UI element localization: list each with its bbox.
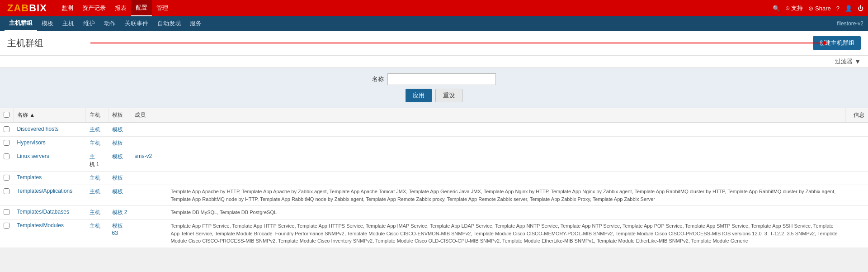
nav-config[interactable]: 配置	[131, 0, 152, 16]
members-detail-cell	[167, 172, 846, 185]
template-cell-link[interactable]: 模板 63	[112, 223, 123, 236]
template-cell: 模板	[108, 185, 131, 206]
row-checkbox[interactable]	[4, 223, 9, 229]
nav-maintenance[interactable]: 维护	[79, 16, 99, 31]
nav-services[interactable]: 服务	[185, 16, 206, 31]
host-cell[interactable]: 主机	[86, 123, 108, 137]
template-cell-link[interactable]: 模板	[112, 188, 123, 195]
row-checkbox[interactable]	[4, 126, 9, 132]
nav-assets[interactable]: 资产记录	[78, 0, 110, 16]
host-cell[interactable]: 主机	[86, 220, 108, 248]
group-name-link[interactable]: Templates/Applications	[17, 188, 73, 194]
member-cell	[131, 185, 167, 206]
table-row: Discovered hosts主机模板	[0, 123, 868, 137]
page-header: 主机群组 创建主机群组	[0, 31, 868, 56]
group-name-link[interactable]: Templates/Modules	[17, 222, 64, 229]
group-name-link[interactable]: Linux servers	[17, 153, 49, 159]
top-nav-right: 🔍 ⊙ 支持 ⊘ Share ? 👤 ⏻	[773, 4, 863, 12]
template-cell-link[interactable]: 模板 2	[112, 209, 127, 215]
host-cell[interactable]: 主机	[86, 137, 108, 150]
group-name-link[interactable]: Hypervisors	[17, 139, 46, 146]
row-checkbox[interactable]	[4, 153, 9, 159]
template-cell: 模板 63	[108, 220, 131, 248]
nav-host-groups[interactable]: 主机群组	[5, 16, 37, 31]
host-cell[interactable]: 主机	[86, 185, 108, 206]
logo: ZABBIX	[5, 1, 50, 15]
support-link[interactable]: ⊙ 支持	[785, 4, 803, 12]
template-cell: 模板	[108, 150, 131, 172]
create-host-group-button[interactable]: 创建主机群组	[813, 36, 861, 50]
template-cell: 模板	[108, 172, 131, 185]
row-checkbox[interactable]	[4, 140, 9, 146]
nav-hosts[interactable]: 主机	[58, 16, 79, 31]
top-navigation: ZABBIX 监测 资产记录 报表 配置 管理 🔍 ⊙ 支持 ⊘ Share ?…	[0, 0, 868, 16]
member-link[interactable]: sms-v2	[135, 153, 152, 159]
nav-autodiscovery[interactable]: 自动发现	[153, 16, 185, 31]
th-name[interactable]: 名称 ▲	[14, 108, 86, 123]
table-row: Templates/Modules主机模板 63Template App FTP…	[0, 220, 868, 248]
second-navigation: 主机群组 模板 主机 维护 动作 关联事件 自动发现 服务 filestore-…	[0, 16, 868, 31]
template-cell: 模板	[108, 123, 131, 137]
info-cell	[845, 220, 868, 248]
group-name-link[interactable]: Templates	[17, 174, 42, 181]
template-cell: 模板 2	[108, 206, 131, 220]
filter-form: 名称 应用 重设	[0, 68, 868, 108]
version-badge: filestore-v2	[837, 20, 863, 27]
filter-reset-button[interactable]: 重设	[435, 89, 462, 102]
row-checkbox[interactable]	[4, 175, 9, 181]
template-cell-link[interactable]: 模板	[112, 140, 123, 146]
members-detail-cell: Template DB MySQL, Template DB PostgreSQ…	[167, 206, 846, 220]
member-cell	[131, 137, 167, 150]
table-row: Templates主机模板	[0, 172, 868, 185]
select-all-checkbox[interactable]	[4, 112, 9, 118]
table-body: Discovered hosts主机模板Hypervisors主机模板Linux…	[0, 123, 868, 248]
template-cell-link[interactable]: 模板	[112, 153, 123, 160]
filter-label: 过滤器	[835, 57, 853, 66]
host-cell[interactable]: 主机 1	[86, 150, 108, 172]
logout-icon[interactable]: ⏻	[858, 5, 863, 12]
template-cell-link[interactable]: 模板	[112, 126, 123, 133]
th-details	[167, 108, 846, 123]
member-cell	[131, 123, 167, 137]
user-icon[interactable]: 👤	[845, 5, 852, 12]
info-cell	[845, 123, 868, 137]
info-cell	[845, 150, 868, 172]
nav-templates[interactable]: 模板	[37, 16, 58, 31]
members-detail-cell	[167, 150, 846, 172]
row-checkbox[interactable]	[4, 209, 9, 215]
info-cell	[845, 206, 868, 220]
member-cell: sms-v2	[131, 150, 167, 172]
filter-name-label: 名称	[372, 75, 384, 83]
filter-name-row: 名称	[372, 73, 496, 85]
info-cell	[845, 137, 868, 150]
info-cell	[845, 185, 868, 206]
member-cell	[131, 206, 167, 220]
table-row: Hypervisors主机模板	[0, 137, 868, 150]
group-name-link[interactable]: Discovered hosts	[17, 126, 59, 132]
template-cell: 模板	[108, 137, 131, 150]
members-detail-cell	[167, 137, 846, 150]
nav-event-correlation[interactable]: 关联事件	[120, 16, 153, 31]
table-row: Templates/Databases主机模板 2Template DB MyS…	[0, 206, 868, 220]
th-host: 主机	[86, 108, 108, 123]
annotation-arrow	[90, 43, 827, 43]
host-cell[interactable]: 主机	[86, 172, 108, 185]
share-link[interactable]: ⊘ Share	[808, 5, 830, 12]
help-icon[interactable]: ?	[836, 5, 840, 12]
nav-admin[interactable]: 管理	[152, 0, 173, 16]
nav-reports[interactable]: 报表	[110, 0, 131, 16]
nav-actions[interactable]: 动作	[99, 16, 120, 31]
search-icon[interactable]: 🔍	[773, 5, 780, 12]
nav-monitor[interactable]: 监测	[57, 0, 78, 16]
group-name-link[interactable]: Templates/Databases	[17, 209, 69, 215]
table-header-row: 名称 ▲ 主机 模板 成员 信息	[0, 108, 868, 123]
row-checkbox[interactable]	[4, 188, 9, 194]
host-cell[interactable]: 主机	[86, 206, 108, 220]
th-template: 模板	[108, 108, 131, 123]
filter-icon[interactable]: ▼	[854, 58, 861, 65]
filter-apply-button[interactable]: 应用	[406, 89, 432, 102]
member-cell	[131, 172, 167, 185]
template-cell-link[interactable]: 模板	[112, 175, 123, 181]
th-checkbox	[0, 108, 14, 123]
filter-name-input[interactable]	[387, 73, 496, 85]
